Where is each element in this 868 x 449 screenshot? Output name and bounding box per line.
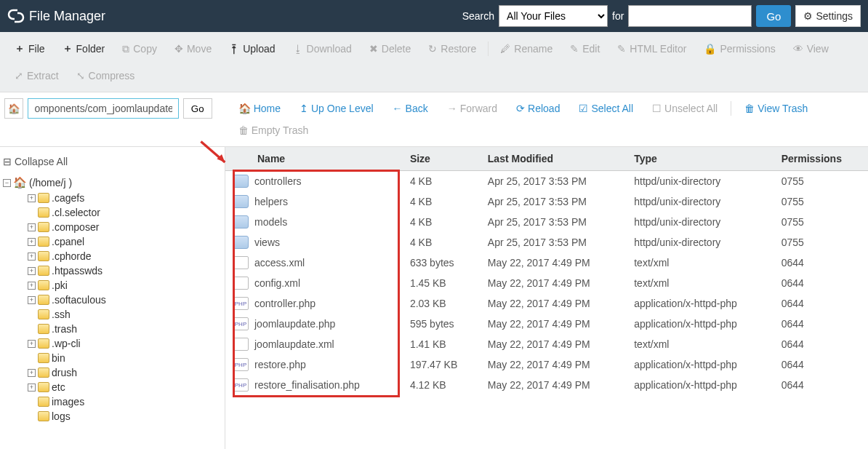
edit-icon: ✎ xyxy=(570,43,579,55)
nav-unselect-all-button[interactable]: ☐Unselect All xyxy=(643,98,726,119)
settings-button[interactable]: ⚙Settings xyxy=(795,5,861,27)
table-row[interactable]: PHPjoomlaupdate.php595 bytesMay 22, 2017… xyxy=(225,314,868,334)
tree-item[interactable]: +.cphorde xyxy=(28,250,222,262)
tree-item[interactable]: +.softaculous xyxy=(28,294,222,306)
table-row[interactable]: config.xml1.45 KBMay 22, 2017 4:49 PMtex… xyxy=(225,273,868,293)
expand-icon[interactable]: + xyxy=(28,282,36,290)
col-perms[interactable]: Permissions xyxy=(774,147,868,171)
folder-icon xyxy=(38,295,49,305)
search-go-button[interactable]: Go xyxy=(756,5,791,27)
expand-icon[interactable]: + xyxy=(28,369,36,377)
nav-empty-trash-button[interactable]: 🗑Empty Trash xyxy=(230,120,318,140)
tree-item[interactable]: .trash xyxy=(28,323,222,335)
nav-back-button[interactable]: ←Back xyxy=(384,98,437,119)
table-row[interactable]: models4 KBApr 25, 2017 3:53 PMhttpd/unix… xyxy=(225,212,868,232)
home-icon: 🏠 xyxy=(8,103,20,114)
tree-item[interactable]: +.htpasswds xyxy=(28,265,222,277)
expand-icon[interactable]: + xyxy=(28,340,36,348)
delete-button[interactable]: ✖Delete xyxy=(361,36,419,61)
file-name: controller.php xyxy=(254,298,316,309)
file-modified: May 22, 2017 4:49 PM xyxy=(481,314,627,334)
expand-icon[interactable]: + xyxy=(28,194,36,202)
expand-icon[interactable]: + xyxy=(28,223,36,231)
folder-button[interactable]: ＋Folder xyxy=(54,36,114,61)
nav-select-all-button[interactable]: ☑Select All xyxy=(570,98,642,119)
nav-reload-button[interactable]: ⟳Reload xyxy=(507,98,568,119)
tree-item[interactable]: .ssh xyxy=(28,309,222,320)
tree-item[interactable]: +.cagefs xyxy=(28,192,222,204)
file-modified: May 22, 2017 4:49 PM xyxy=(481,375,627,395)
table-row[interactable]: controllers4 KBApr 25, 2017 3:53 PMhttpd… xyxy=(225,171,868,192)
expand-icon[interactable]: + xyxy=(28,267,36,275)
spacer xyxy=(28,311,36,319)
nav-view-trash-button[interactable]: 🗑View Trash xyxy=(736,98,816,119)
file-name: joomlaupdate.xml xyxy=(254,338,334,350)
search-input[interactable] xyxy=(628,5,752,27)
nav-home-icon-button[interactable]: 🏠 xyxy=(4,98,23,119)
search-scope-select[interactable]: All Your Files xyxy=(499,5,608,27)
tree-item-label: .trash xyxy=(52,323,77,335)
table-row[interactable]: PHPrestore.php197.47 KBMay 22, 2017 4:49… xyxy=(225,354,868,375)
compress-icon: ⤡ xyxy=(76,70,85,82)
file-size: 2.03 KB xyxy=(403,293,481,314)
file-name: joomlaupdate.php xyxy=(254,318,335,330)
tree-item[interactable]: +drush xyxy=(28,367,222,378)
tree-item[interactable]: +.cpanel xyxy=(28,236,222,247)
download-button[interactable]: ⭳Download xyxy=(284,36,361,61)
col-type[interactable]: Type xyxy=(627,147,773,171)
tree-item[interactable]: logs xyxy=(28,410,222,422)
path-go-button[interactable]: Go xyxy=(183,98,212,119)
copy-icon: ⧉ xyxy=(122,43,129,55)
extract-button[interactable]: ⤢Extract xyxy=(6,64,68,87)
table-row[interactable]: access.xml633 bytesMay 22, 2017 4:49 PMt… xyxy=(225,253,868,273)
move-button[interactable]: ✥Move xyxy=(166,36,220,61)
main: ⊟Collapse All −🏠(/home/j ) +.cagefs.cl.s… xyxy=(0,147,868,449)
tree-item[interactable]: .cl.selector xyxy=(28,207,222,218)
tree-item[interactable]: +.wp-cli xyxy=(28,338,222,349)
copy-button[interactable]: ⧉Copy xyxy=(113,36,166,61)
upload-button[interactable]: ⭱Upload xyxy=(220,36,284,61)
html-editor-button[interactable]: ✎HTML Editor xyxy=(608,36,695,61)
edit-button[interactable]: ✎Edit xyxy=(561,36,608,61)
tree-item[interactable]: +etc xyxy=(28,381,222,393)
tree-item[interactable]: images xyxy=(28,396,222,408)
expand-icon[interactable]: + xyxy=(28,296,36,304)
folder-icon xyxy=(233,215,249,229)
table-row[interactable]: joomlaupdate.xml1.41 KBMay 22, 2017 4:49… xyxy=(225,334,868,354)
tree-item-label: .cagefs xyxy=(52,192,84,204)
collapse-all-button[interactable]: ⊟Collapse All xyxy=(3,153,222,175)
file-perms: 0644 xyxy=(774,273,868,293)
spacer xyxy=(28,413,36,421)
tree-item[interactable]: +.composer xyxy=(28,221,222,233)
file-button[interactable]: ＋File xyxy=(6,36,54,61)
rename-button[interactable]: 🖉Rename xyxy=(491,36,561,61)
tree-item-label: bin xyxy=(52,352,65,364)
nav-home-button[interactable]: 🏠Home xyxy=(230,98,289,119)
col-modified[interactable]: Last Modified xyxy=(481,147,627,171)
permissions-button[interactable]: 🔒Permissions xyxy=(695,36,784,61)
expand-icon[interactable]: + xyxy=(28,253,36,261)
tree-item[interactable]: +.pki xyxy=(28,279,222,291)
table-row[interactable]: helpers4 KBApr 25, 2017 3:53 PMhttpd/uni… xyxy=(225,191,868,212)
for-label: for xyxy=(612,10,624,22)
file-perms: 0644 xyxy=(774,314,868,334)
col-name[interactable]: Name xyxy=(225,147,403,171)
nav-forward-button[interactable]: →Forward xyxy=(438,98,506,119)
restore-button[interactable]: ↻Restore xyxy=(419,36,485,61)
expand-icon[interactable]: + xyxy=(28,238,36,246)
table-row[interactable]: views4 KBApr 25, 2017 3:53 PMhttpd/unix-… xyxy=(225,232,868,253)
sidebar: ⊟Collapse All −🏠(/home/j ) +.cagefs.cl.s… xyxy=(0,147,225,449)
compress-button[interactable]: ⤡Compress xyxy=(68,64,144,87)
plus-icon: ＋ xyxy=(63,42,73,55)
path-input[interactable] xyxy=(28,98,178,119)
tree-item[interactable]: bin xyxy=(28,352,222,364)
nav-up-button[interactable]: ↥Up One Level xyxy=(291,98,382,119)
tree-root[interactable]: −🏠(/home/j ) xyxy=(3,176,222,189)
table-row[interactable]: PHPcontroller.php2.03 KBMay 22, 2017 4:4… xyxy=(225,293,868,314)
col-size[interactable]: Size xyxy=(403,147,481,171)
table-row[interactable]: PHPrestore_finalisation.php4.12 KBMay 22… xyxy=(225,375,868,395)
collapse-icon[interactable]: − xyxy=(3,179,11,187)
view-button[interactable]: 👁View xyxy=(784,36,837,61)
expand-icon[interactable]: + xyxy=(28,384,36,392)
file-size: 4 KB xyxy=(403,171,481,192)
